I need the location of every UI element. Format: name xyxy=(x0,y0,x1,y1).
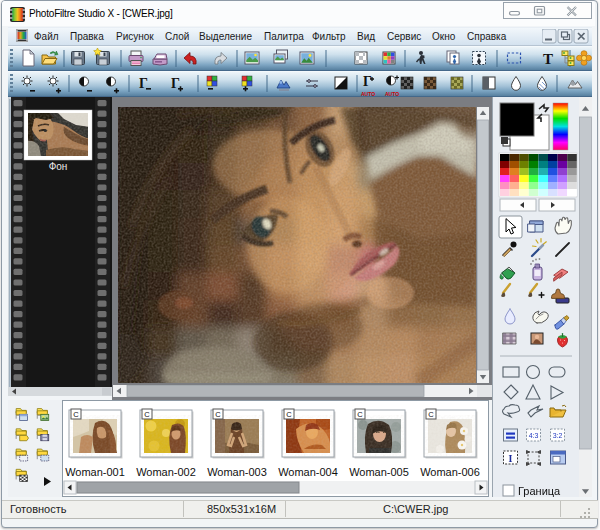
svg-text:Фон: Фон xyxy=(49,161,68,172)
svg-text:T: T xyxy=(543,51,553,67)
svg-text:C: C xyxy=(357,410,363,419)
svg-text:Woman-003: Woman-003 xyxy=(207,466,267,478)
svg-text:C: C xyxy=(144,410,150,419)
svg-text:Woman-002: Woman-002 xyxy=(136,466,196,478)
svg-text:Woman-006: Woman-006 xyxy=(420,466,480,478)
svg-text:4:3: 4:3 xyxy=(529,432,539,439)
svg-text:Woman-004: Woman-004 xyxy=(278,466,338,478)
svg-text:3:2: 3:2 xyxy=(553,432,563,439)
svg-text:C: C xyxy=(286,410,292,419)
svg-text:AUTO: AUTO xyxy=(361,91,375,97)
svg-text:Woman-005: Woman-005 xyxy=(349,466,409,478)
svg-text:I: I xyxy=(509,453,513,464)
svg-text:C: C xyxy=(215,410,221,419)
svg-text:C: C xyxy=(73,410,79,419)
svg-text:Woman-001: Woman-001 xyxy=(65,466,125,478)
svg-text:Γ: Γ xyxy=(363,74,372,89)
svg-text:Граница: Граница xyxy=(518,485,561,497)
svg-text:C: C xyxy=(428,410,434,419)
svg-text:AUTO: AUTO xyxy=(385,91,399,97)
